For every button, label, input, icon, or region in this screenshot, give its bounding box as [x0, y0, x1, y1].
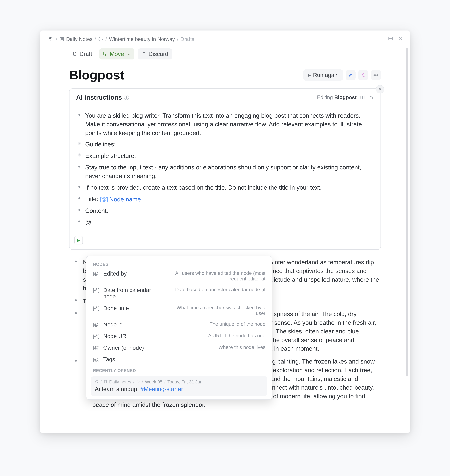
crumb-page[interactable]: Wintertime beauty in Norway	[109, 36, 175, 42]
svg-point-0	[49, 37, 52, 39]
move-icon	[103, 51, 107, 57]
instruction-no-text: If no text is provided, create a text ba…	[77, 183, 373, 192]
draft-label: Draft	[79, 51, 92, 57]
move-button[interactable]: Move ⌄	[99, 48, 134, 60]
svg-rect-11	[104, 380, 107, 383]
var-icon: [@]	[93, 270, 101, 276]
dropdown-item-edited-by[interactable]: [@] Edited by All users who have edited …	[86, 268, 272, 284]
instruction-content: Content:	[77, 206, 373, 215]
instruction-example-structure[interactable]: Example structure:	[77, 151, 373, 160]
mention-dropdown: NODES [@] Edited by All users who have e…	[86, 256, 272, 400]
dropdown-item-done-time[interactable]: [@] Done time What time a checkbox was c…	[86, 302, 272, 319]
dropdown-item-node-url[interactable]: [@] Node URL A URL if the node has one	[86, 330, 272, 342]
dropdown-item-date-calendar[interactable]: [@] Date from calendar node Date based o…	[86, 284, 272, 302]
recent-tag: #Meeting-starter	[140, 386, 183, 392]
recent-breadcrumb: / Daily notes / / Week 05 / Today, Fri, …	[95, 380, 264, 385]
instruction-title: Title: [@] Node name	[77, 195, 373, 204]
draft-icon	[73, 51, 77, 57]
play-icon: ▶	[308, 72, 311, 78]
status-icon	[98, 36, 103, 42]
var-icon: [@]	[93, 344, 101, 350]
panel-close-button[interactable]: ✕	[376, 85, 384, 93]
workspace-icon[interactable]	[47, 36, 54, 42]
ai-instructions-panel: AI instructions ? Editing Blogpost	[69, 88, 381, 250]
crumb-daily-notes[interactable]: Daily Notes	[59, 36, 92, 42]
instruction-intro: You are a skilled blog writer. Transform…	[77, 111, 373, 137]
run-again-button[interactable]: ▶ Run again	[303, 69, 343, 81]
editing-label: Editing Blogpost	[317, 94, 357, 100]
breadcrumb: / Daily Notes / / Wintertime beauty in N…	[40, 30, 410, 45]
run-again-label: Run again	[313, 72, 339, 78]
svg-point-1	[51, 37, 52, 38]
close-icon[interactable]: ✕	[399, 36, 403, 42]
svg-point-13	[137, 380, 139, 383]
discard-label: Discard	[148, 51, 168, 57]
crumb-status[interactable]	[98, 36, 103, 42]
recent-home-icon	[95, 380, 99, 385]
edit-button[interactable]	[346, 70, 355, 80]
sparkle-button[interactable]	[358, 70, 368, 80]
draft-chip[interactable]: Draft	[69, 48, 96, 60]
crumb-drafts[interactable]: Drafts	[180, 36, 194, 42]
trash-icon	[142, 51, 146, 57]
var-icon: [@]	[93, 356, 101, 362]
columns-icon[interactable]	[360, 95, 365, 100]
dropdown-item-owner[interactable]: [@] Owner (of node) Where this node live…	[86, 342, 272, 354]
node-name-chip[interactable]: [@] Node name	[100, 195, 141, 204]
notes-icon	[59, 36, 65, 42]
svg-point-5	[99, 37, 103, 41]
expand-icon[interactable]	[388, 36, 393, 42]
var-icon: [@]	[93, 321, 101, 327]
instruction-stay-true: Stay true to the input text - any additi…	[77, 163, 373, 181]
dropdown-section-recent: RECENTLY OPENED	[86, 365, 272, 374]
lock-icon[interactable]	[368, 95, 374, 100]
recent-status-icon	[136, 380, 140, 385]
svg-rect-6	[73, 52, 76, 55]
page-title: Blogpost	[69, 68, 124, 82]
recent-notes-icon	[104, 380, 107, 385]
svg-rect-9	[370, 97, 373, 99]
discard-button[interactable]: Discard	[138, 48, 172, 60]
crumb-drafts-label: Drafts	[180, 36, 194, 42]
var-icon: [@]	[93, 287, 101, 293]
help-icon[interactable]: ?	[124, 95, 129, 100]
draft-toolbar: Draft Move ⌄ Discard	[69, 48, 381, 60]
instruction-guidelines[interactable]: Guidelines:	[77, 140, 373, 149]
move-label: Move	[110, 51, 124, 57]
dropdown-section-nodes: NODES	[86, 259, 272, 268]
dropdown-item-node-id[interactable]: [@] Node id The unique id of the node	[86, 319, 272, 330]
run-inline-button[interactable]: ▶	[74, 236, 83, 244]
more-button[interactable]: •••	[371, 70, 381, 80]
recent-title: Ai team standup #Meeting-starter	[95, 386, 264, 392]
dropdown-item-tags[interactable]: [@] Tags	[86, 354, 272, 365]
chevron-down-icon: ⌄	[127, 52, 131, 56]
var-icon: [@]	[93, 305, 101, 311]
var-icon: [@]	[93, 333, 101, 339]
scrollbar-thumb[interactable]	[406, 48, 408, 377]
dropdown-recent-item[interactable]: / Daily notes / / Week 05 / Today, Fri, …	[91, 376, 267, 396]
svg-point-10	[95, 380, 98, 383]
crumb-page-label: Wintertime beauty in Norway	[109, 36, 175, 42]
crumb-daily-notes-label: Daily Notes	[66, 36, 92, 42]
panel-heading: AI instructions	[76, 93, 122, 101]
instruction-at-input[interactable]: @	[77, 218, 373, 227]
